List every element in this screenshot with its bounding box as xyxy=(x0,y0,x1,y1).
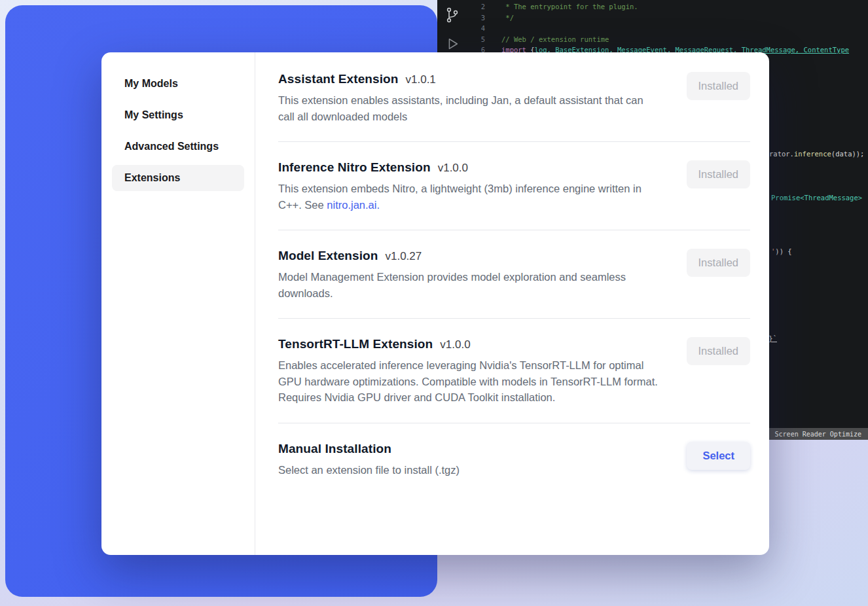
code-text: */ xyxy=(501,12,514,24)
extension-version: v1.0.0 xyxy=(440,338,470,351)
extension-header: Inference Nitro Extension v1.0.0 xyxy=(278,160,661,175)
installed-button[interactable]: Installed xyxy=(687,72,750,100)
extension-header: TensortRT-LLM Extension v1.0.0 xyxy=(278,337,661,351)
nitro-jan-ai-link[interactable]: nitro.jan.ai. xyxy=(327,199,380,211)
extension-description: Enables accelerated inference leveraging… xyxy=(278,357,661,406)
extension-description: This extension enables assistants, inclu… xyxy=(278,92,661,124)
sidebar-item-extensions[interactable]: Extensions xyxy=(112,165,244,191)
screen-reader-badge[interactable]: Screen Reader Optimize xyxy=(769,428,868,440)
installed-button[interactable]: Installed xyxy=(687,160,750,188)
extension-description: Model Management Extension provides mode… xyxy=(278,269,661,301)
extension-info: Inference Nitro Extension v1.0.0 This ex… xyxy=(278,160,661,213)
code-text: // Web / extension runtime xyxy=(501,34,609,45)
extensions-list: Assistant Extension v1.0.1 This extensio… xyxy=(255,52,769,555)
line-number: 2 xyxy=(437,1,485,12)
extension-header: Assistant Extension v1.0.1 xyxy=(278,72,661,86)
extension-info: Model Extension v1.0.27 Model Management… xyxy=(278,249,661,301)
sidebar-item-my-models[interactable]: My Models xyxy=(112,71,244,97)
extension-title: TensortRT-LLM Extension xyxy=(278,337,433,351)
settings-sidebar: My Models My Settings Advanced Settings … xyxy=(101,52,255,555)
sidebar-item-advanced-settings[interactable]: Advanced Settings xyxy=(112,134,244,160)
extension-row-inference-nitro: Inference Nitro Extension v1.0.0 This ex… xyxy=(278,142,750,230)
extension-row-assistant: Assistant Extension v1.0.1 This extensio… xyxy=(278,52,750,142)
installed-button[interactable]: Installed xyxy=(687,249,750,277)
extension-info: Manual Installation Select an extension … xyxy=(278,442,460,478)
extension-title: Assistant Extension xyxy=(278,72,399,86)
extension-header: Manual Installation xyxy=(278,442,460,456)
extension-version: v1.0.1 xyxy=(406,73,436,86)
code-fragment: ')) { xyxy=(771,247,792,255)
code-fragment: rator.inference(data)); xyxy=(769,150,864,158)
extension-row-manual-installation: Manual Installation Select an extension … xyxy=(278,423,750,495)
extension-row-model: Model Extension v1.0.27 Model Management… xyxy=(278,230,750,319)
extension-description: This extension embeds Nitro, a lightweig… xyxy=(278,181,661,213)
line-number: 5 xyxy=(437,34,485,45)
line-number: 4 xyxy=(437,23,485,34)
extension-header: Model Extension v1.0.27 xyxy=(278,249,661,263)
settings-modal: My Models My Settings Advanced Settings … xyxy=(101,52,769,555)
editor-code-area: 2 * The entrypoint for the plugin. 3 */ … xyxy=(437,1,868,56)
code-fragment: Promise<ThreadMessage> xyxy=(771,194,862,202)
code-line: 3 */ xyxy=(437,12,868,24)
extension-info: Assistant Extension v1.0.1 This extensio… xyxy=(278,72,661,124)
desktop-background: 2 * The entrypoint for the plugin. 3 */ … xyxy=(0,0,868,606)
code-line: 5 // Web / extension runtime xyxy=(437,34,868,45)
extension-title: Inference Nitro Extension xyxy=(278,160,431,175)
extension-description: Select an extension file to install (.tg… xyxy=(278,462,460,478)
code-text: * The entrypoint for the plugin. xyxy=(501,1,638,12)
extension-info: TensortRT-LLM Extension v1.0.0 Enables a… xyxy=(278,337,661,406)
extension-version: v1.0.27 xyxy=(385,250,422,263)
extension-row-tensorrt-llm: TensortRT-LLM Extension v1.0.0 Enables a… xyxy=(278,319,750,423)
code-line: 2 * The entrypoint for the plugin. xyxy=(437,1,868,12)
extension-version: v1.0.0 xyxy=(438,162,468,175)
installed-button[interactable]: Installed xyxy=(687,337,750,365)
line-number: 3 xyxy=(437,12,485,24)
extension-title: Manual Installation xyxy=(278,442,391,456)
sidebar-item-my-settings[interactable]: My Settings xyxy=(112,102,244,128)
code-line: 4 xyxy=(437,23,868,34)
select-file-button[interactable]: Select xyxy=(687,442,750,470)
extension-title: Model Extension xyxy=(278,249,378,263)
